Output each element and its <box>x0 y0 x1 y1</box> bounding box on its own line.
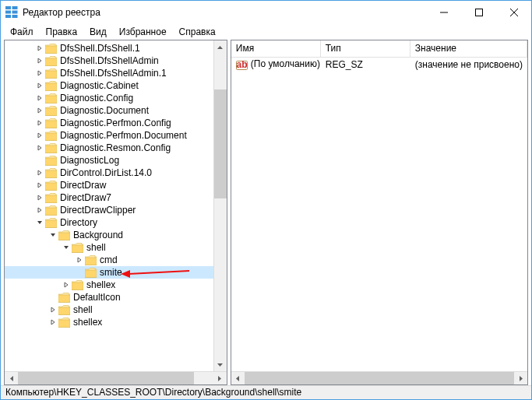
tree-item-label: DfsShell.DfsShellAdmin <box>60 55 159 66</box>
tree-item[interactable]: Diagnostic.Perfmon.Config <box>5 117 213 129</box>
tree-item[interactable]: shellex <box>5 279 213 291</box>
menu-file[interactable]: Файл <box>4 25 40 39</box>
scroll-up-icon[interactable] <box>214 40 227 54</box>
expander-icon[interactable] <box>61 280 71 290</box>
svg-marker-39 <box>520 376 523 381</box>
menu-help[interactable]: Справка <box>173 25 222 39</box>
svg-marker-31 <box>51 320 55 325</box>
tree-item-label: Background <box>73 230 123 240</box>
svg-marker-16 <box>38 121 41 125</box>
list-scrollbar-horizontal[interactable] <box>231 371 527 384</box>
expander-icon[interactable] <box>61 243 71 253</box>
expander-icon[interactable] <box>34 56 44 66</box>
expander-icon[interactable] <box>34 93 44 104</box>
svg-marker-21 <box>38 195 41 200</box>
maximize-button[interactable] <box>461 1 496 24</box>
svg-rect-4 <box>5 15 11 18</box>
tree-item[interactable]: Diagnostic.Document <box>5 104 213 117</box>
tree-scrollbar-horizontal[interactable] <box>5 371 227 384</box>
scroll-down-icon[interactable] <box>214 358 227 371</box>
svg-marker-33 <box>217 363 223 367</box>
svg-rect-5 <box>12 15 18 18</box>
tree-item[interactable]: DirControl.DirList.14.0 <box>5 167 213 179</box>
tree-item-label: shell <box>73 304 93 315</box>
svg-marker-34 <box>10 376 13 381</box>
tree-item-label: DefaultIcon <box>73 292 121 303</box>
tree-item-label: shellex <box>86 279 115 290</box>
expander-icon[interactable] <box>34 131 44 141</box>
col-header-value[interactable]: Значение <box>410 40 527 57</box>
expander-icon[interactable] <box>34 193 44 203</box>
scroll-right-icon[interactable] <box>514 372 527 385</box>
svg-marker-10 <box>38 46 41 51</box>
tree-item[interactable]: shellex <box>5 316 213 328</box>
list-row[interactable]: ab(По умолчанию)REG_SZ(значение не присв… <box>231 58 527 72</box>
svg-marker-24 <box>51 233 55 237</box>
tree-item[interactable]: DirectDrawClipper <box>5 204 213 216</box>
col-header-type[interactable]: Тип <box>321 40 410 57</box>
tree-item[interactable]: shell <box>5 304 213 316</box>
menu-edit[interactable]: Правка <box>40 25 84 39</box>
tree-item-label: Diagnostic.Perfmon.Document <box>60 130 187 141</box>
svg-marker-12 <box>38 71 41 75</box>
tree-scrollbar-vertical[interactable] <box>213 40 227 371</box>
tree-item[interactable]: DfsShell.DfsShellAdmin.1 <box>5 67 213 79</box>
close-button[interactable] <box>496 1 531 24</box>
expander-icon[interactable] <box>34 168 44 178</box>
expander-icon[interactable] <box>34 218 44 228</box>
cell-name: ab(По умолчанию) <box>231 58 321 71</box>
expander-icon[interactable] <box>34 181 44 191</box>
scroll-left-icon[interactable] <box>231 372 245 385</box>
svg-marker-38 <box>236 376 239 381</box>
tree-item[interactable]: DirectDraw <box>5 179 213 191</box>
svg-marker-17 <box>38 133 41 138</box>
minimize-button[interactable] <box>426 1 461 24</box>
scroll-left-icon[interactable] <box>5 372 18 385</box>
tree-item[interactable]: Diagnostic.Config <box>5 92 213 104</box>
tree-item[interactable]: DirectDraw7 <box>5 191 213 204</box>
expander-icon[interactable] <box>34 44 44 54</box>
value-list[interactable]: ab(По умолчанию)REG_SZ(значение не присв… <box>231 58 527 371</box>
expander-icon[interactable] <box>74 255 84 265</box>
tree-item[interactable]: shell <box>5 241 213 254</box>
tree-item[interactable]: DfsShell.DfsShell.1 <box>5 42 213 54</box>
expander-icon[interactable] <box>34 81 44 91</box>
tree-item-label: DfsShell.DfsShellAdmin.1 <box>60 68 167 79</box>
svg-marker-13 <box>38 83 41 88</box>
tree-item[interactable]: DiagnosticLog <box>5 154 213 167</box>
tree-item-label: smite <box>100 267 122 278</box>
registry-tree[interactable]: DfsShell.DfsShell.1DfsShell.DfsShellAdmi… <box>5 40 213 371</box>
tree-item[interactable]: cmd <box>5 254 213 266</box>
tree-item-label: shellex <box>73 317 102 328</box>
menu-view[interactable]: Вид <box>83 25 113 39</box>
tree-item[interactable]: DefaultIcon <box>5 291 213 304</box>
svg-marker-15 <box>38 108 41 113</box>
tree-item[interactable]: DfsShell.DfsShellAdmin <box>5 54 213 67</box>
tree-pane: DfsShell.DfsShell.1DfsShell.DfsShellAdmi… <box>4 40 227 385</box>
tree-item[interactable]: Directory <box>5 216 213 229</box>
menu-favorites[interactable]: Избранное <box>113 25 173 39</box>
expander-icon[interactable] <box>48 305 58 315</box>
expander-icon[interactable] <box>34 106 44 116</box>
value-pane: Имя Тип Значение ab(По умолчанию)REG_SZ(… <box>231 40 528 385</box>
expander-icon[interactable] <box>48 230 58 240</box>
app-icon <box>5 6 18 19</box>
tree-item[interactable]: Background <box>5 229 213 241</box>
expander-icon[interactable] <box>34 118 44 128</box>
tree-item[interactable]: Diagnostic.Resmon.Config <box>5 142 213 154</box>
svg-marker-25 <box>64 246 69 249</box>
scroll-right-icon[interactable] <box>213 372 227 385</box>
expander-icon[interactable] <box>34 68 44 79</box>
tree-item[interactable]: smite <box>5 266 213 279</box>
tree-item-label: Diagnostic.Perfmon.Config <box>60 118 171 128</box>
list-header: Имя Тип Значение <box>231 40 527 58</box>
tree-item-label: DirectDrawClipper <box>60 205 136 216</box>
expander-icon[interactable] <box>34 205 44 216</box>
expander-icon[interactable] <box>48 318 58 328</box>
tree-item-label: DirControl.DirList.14.0 <box>60 167 152 178</box>
tree-item[interactable]: Diagnostic.Cabinet <box>5 79 213 92</box>
svg-marker-23 <box>37 221 42 224</box>
col-header-name[interactable]: Имя <box>231 40 321 57</box>
tree-item[interactable]: Diagnostic.Perfmon.Document <box>5 129 213 142</box>
expander-icon[interactable] <box>34 143 44 153</box>
